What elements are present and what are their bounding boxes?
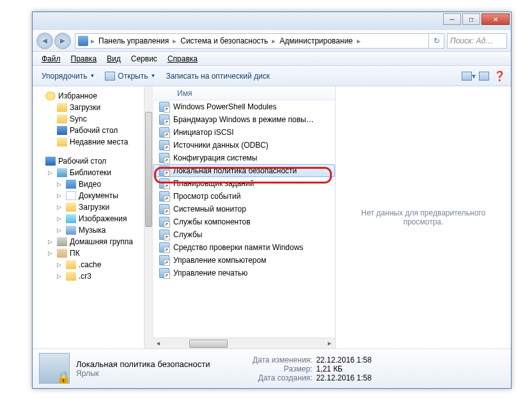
tree-cache[interactable]: ▷.cache: [35, 259, 150, 270]
file-item[interactable]: Системный монитор: [153, 203, 335, 215]
tree-libraries[interactable]: ▷Библиотеки: [35, 167, 150, 178]
details-pane: Локальная политика безопасности Ярлык Да…: [33, 348, 511, 388]
titlebar: ─ □ ✕: [33, 12, 511, 30]
file-label: Службы: [173, 230, 202, 239]
menu-tools[interactable]: Сервис: [126, 53, 162, 65]
h-scrollbar[interactable]: ◄►: [153, 338, 335, 348]
maximize-button[interactable]: □: [462, 13, 480, 25]
selected-item-icon: [39, 353, 70, 384]
content-area: Избранное Загрузки Sync Рабочий стол Нед…: [33, 86, 511, 348]
file-item[interactable]: Источники данных (ODBC): [153, 139, 335, 152]
back-button[interactable]: ◄: [36, 33, 53, 49]
tree-homegroup[interactable]: ▷Домашняя группа: [35, 236, 150, 247]
menu-view[interactable]: Вид: [102, 53, 126, 65]
file-label: Службы компонентов: [173, 217, 251, 226]
file-item[interactable]: Управление печатью: [153, 267, 335, 279]
details-name: Локальная политика безопасности: [76, 359, 210, 369]
shortcut-icon: [159, 114, 169, 125]
file-label: Windows PowerShell Modules: [173, 102, 276, 111]
column-header-name[interactable]: Имя: [153, 86, 335, 100]
details-size: 1,21 КБ: [316, 364, 343, 373]
help-button[interactable]: ❓: [492, 68, 507, 84]
library-icon: [57, 168, 67, 177]
folder-icon: [57, 103, 67, 112]
breadcrumb-seg[interactable]: Система и безопасность: [176, 36, 272, 45]
tree-desktop[interactable]: Рабочий стол: [35, 125, 150, 136]
file-label: Конфигурация системы: [173, 153, 257, 162]
file-label: Системный монитор: [173, 205, 246, 214]
details-modified: 22.12.2016 1:58: [316, 356, 372, 364]
file-label: Средство проверки памяти Windows: [173, 243, 303, 252]
tree-cr3[interactable]: ▷.cr3: [35, 270, 150, 282]
breadcrumb-seg[interactable]: Администрирование: [276, 36, 356, 45]
shortcut-icon: [159, 242, 169, 253]
file-item[interactable]: Управление компьютером: [153, 254, 335, 267]
shortcut-icon: [159, 191, 169, 201]
tree-pictures[interactable]: ▷Изображения: [35, 213, 150, 224]
details-created: 22.12.2016 1:58: [316, 373, 372, 382]
tree-downloads[interactable]: Загрузки: [35, 102, 150, 113]
file-list: Имя Windows PowerShell ModulesБрандмауэр…: [153, 86, 336, 348]
file-item[interactable]: Планировщик заданий: [153, 177, 335, 190]
minimize-button[interactable]: ─: [443, 13, 461, 25]
organize-button[interactable]: Упорядочить▼: [36, 69, 100, 83]
tree-scrollbar[interactable]: [144, 86, 153, 348]
breadcrumb[interactable]: ▸ Панель управления ▸ Система и безопасн…: [75, 33, 444, 49]
file-item[interactable]: Windows PowerShell Modules: [153, 100, 335, 113]
folder-icon: [66, 203, 76, 212]
file-label: Локальная политика безопасности: [173, 166, 297, 175]
nav-bar: ◄ ► ▸ Панель управления ▸ Система и безо…: [33, 30, 511, 52]
shortcut-icon: [159, 230, 169, 240]
file-item[interactable]: Службы: [153, 228, 335, 241]
tree-documents[interactable]: ▷Документы: [35, 190, 150, 201]
music-icon: [66, 226, 76, 235]
control-panel-icon: [78, 36, 88, 46]
preview-pane-button[interactable]: [476, 68, 492, 84]
explorer-window: ─ □ ✕ ◄ ► ▸ Панель управления ▸ Система …: [32, 12, 512, 389]
shortcut-icon: [159, 255, 169, 265]
file-label: Источники данных (ODBC): [173, 141, 269, 150]
view-mode-button[interactable]: ▾: [461, 68, 476, 84]
tree-video[interactable]: ▷Видео: [35, 178, 150, 190]
file-item[interactable]: Инициатор iSCSI: [153, 126, 335, 139]
menu-edit[interactable]: Правка: [66, 53, 102, 65]
file-item[interactable]: Конфигурация системы: [153, 152, 335, 164]
picture-icon: [66, 214, 76, 223]
shortcut-icon: [159, 166, 169, 176]
search-input[interactable]: Поиск: Ад…: [447, 33, 507, 49]
breadcrumb-seg[interactable]: Панель управления: [95, 36, 173, 45]
file-item[interactable]: Средство проверки памяти Windows: [153, 241, 335, 254]
open-icon: [105, 72, 115, 81]
burn-button[interactable]: Записать на оптический диск: [160, 69, 275, 83]
tree-sync[interactable]: Sync: [35, 113, 150, 125]
shortcut-icon: [159, 268, 169, 278]
tree-pc[interactable]: ▷ПК: [35, 247, 150, 259]
tree-music[interactable]: ▷Музыка: [35, 224, 150, 236]
open-button[interactable]: Открыть▼: [100, 69, 160, 83]
shortcut-icon: [159, 153, 169, 163]
tree-desktop-root[interactable]: Рабочий стол: [35, 155, 150, 167]
file-item[interactable]: Службы компонентов: [153, 215, 335, 228]
file-item[interactable]: Брандмауэр Windows в режиме повы…: [153, 113, 335, 126]
file-label: Инициатор iSCSI: [173, 128, 234, 137]
recent-icon: [57, 137, 67, 146]
nav-tree: Избранное Загрузки Sync Рабочий стол Нед…: [33, 86, 153, 348]
folder-icon: [66, 260, 76, 269]
menu-file[interactable]: Файл: [36, 53, 66, 65]
tree-favorites[interactable]: Избранное: [35, 90, 150, 102]
video-icon: [66, 180, 76, 189]
forward-button[interactable]: ►: [54, 33, 71, 49]
file-label: Просмотр событий: [173, 192, 240, 201]
refresh-button[interactable]: ↻: [428, 34, 444, 48]
toolbar: Упорядочить▼ Открыть▼ Записать на оптиче…: [33, 66, 511, 86]
pc-icon: [57, 249, 67, 258]
close-button[interactable]: ✕: [481, 13, 510, 25]
tree-recent[interactable]: Недавние места: [35, 136, 150, 148]
tree-downloads2[interactable]: ▷Загрузки: [35, 201, 150, 213]
shortcut-icon: [159, 178, 169, 189]
star-icon: [45, 91, 56, 100]
file-label: Планировщик заданий: [173, 179, 254, 188]
file-item[interactable]: Просмотр событий: [153, 190, 335, 203]
file-item[interactable]: Локальная политика безопасности: [153, 164, 335, 177]
menu-help[interactable]: Справка: [162, 53, 203, 65]
